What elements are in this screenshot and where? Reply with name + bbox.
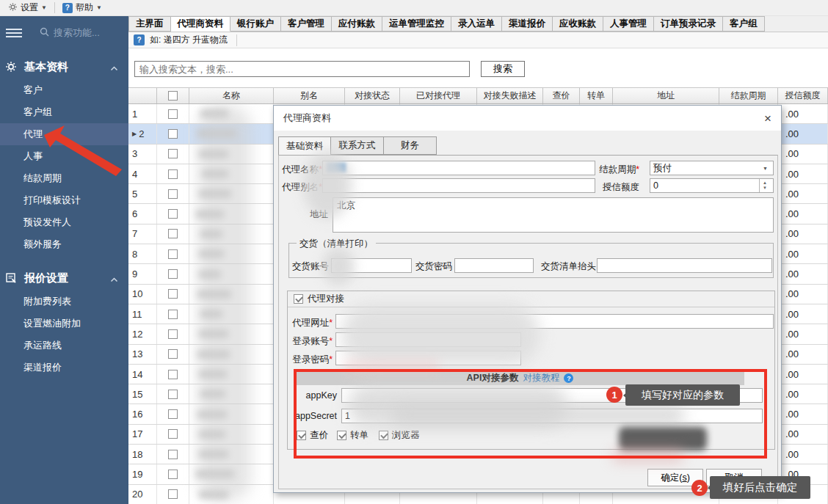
- sidebar-item-设置燃油附加[interactable]: 设置燃油附加: [0, 313, 128, 335]
- table-cell: 19: [128, 464, 157, 483]
- row-checkbox[interactable]: [168, 450, 178, 459]
- appsecret-field[interactable]: [341, 409, 763, 423]
- row-checkbox[interactable]: [168, 169, 178, 179]
- dialog-tab-财务[interactable]: 财务: [384, 136, 437, 155]
- row-checkbox[interactable]: [168, 269, 178, 279]
- row-checkbox[interactable]: [168, 249, 178, 259]
- credit-value: .00: [785, 288, 799, 299]
- column-header-查价[interactable]: 查价: [543, 88, 580, 103]
- sidebar-item-承运路线[interactable]: 承运路线: [0, 335, 128, 357]
- tab-录入运单[interactable]: 录入运单: [451, 16, 502, 32]
- sidebar-item-客户[interactable]: 客户: [0, 79, 128, 101]
- dialog-tab-基础资料[interactable]: 基础资料: [278, 136, 331, 156]
- option-浏览器[interactable]: 浏览器: [379, 429, 420, 442]
- chevron-up-icon[interactable]: [110, 272, 118, 285]
- settings-menu[interactable]: 设置 ▼: [4, 0, 51, 16]
- row-checkbox[interactable]: [168, 470, 178, 479]
- integration-checkbox[interactable]: [294, 294, 303, 304]
- row-checkbox[interactable]: [168, 310, 178, 319]
- tab-银行账户[interactable]: 银行账户: [230, 16, 281, 32]
- row-number: 9: [132, 269, 137, 280]
- hamburger-menu-icon[interactable]: [6, 29, 22, 37]
- sidebar-item-结款周期[interactable]: 结款周期: [0, 167, 128, 189]
- chevron-up-icon[interactable]: [110, 61, 118, 73]
- column-header-对接失败描述[interactable]: 对接失败描述: [477, 88, 543, 103]
- tab-客户组[interactable]: 客户组: [723, 16, 765, 32]
- column-header-对接状态[interactable]: 对接状态: [345, 88, 400, 103]
- tab-应付账款[interactable]: 应付账款: [332, 16, 382, 32]
- login-account-field[interactable]: [335, 332, 521, 347]
- option-转单[interactable]: 转单: [337, 429, 368, 442]
- row-checkbox[interactable]: [168, 189, 178, 199]
- tab-主界面[interactable]: 主界面: [128, 16, 171, 32]
- help-circle-icon[interactable]: ?: [564, 373, 573, 383]
- agent-url-field[interactable]: [335, 314, 774, 329]
- dialog-tab-联系方式[interactable]: 联系方式: [331, 136, 384, 155]
- search-input[interactable]: [134, 61, 470, 77]
- sidebar-item-客户组[interactable]: 客户组: [0, 101, 128, 123]
- column-header-别名[interactable]: 别名: [274, 88, 345, 103]
- tab-代理商资料[interactable]: 代理商资料: [171, 16, 231, 32]
- login-account-label: 登录账号: [288, 335, 333, 348]
- row-checkbox[interactable]: [168, 129, 178, 139]
- column-header-授信额度[interactable]: 授信额度: [778, 88, 828, 103]
- delivery-list-header-field[interactable]: [597, 258, 772, 273]
- tab-人事管理[interactable]: 人事管理: [603, 16, 654, 32]
- tab-订单预录记录[interactable]: 订单预录记录: [654, 16, 723, 32]
- sidebar-section-基本资料[interactable]: 基本资料: [0, 54, 128, 79]
- row-checkbox[interactable]: [168, 370, 178, 379]
- close-icon[interactable]: ×: [764, 112, 771, 125]
- delivery-account-field[interactable]: [331, 258, 412, 273]
- credit-limit-stepper[interactable]: 0 ▲▼: [650, 178, 774, 193]
- row-checkbox[interactable]: [168, 329, 178, 339]
- sidebar-item-代理[interactable]: 代理: [0, 123, 128, 145]
- column-header-结款周期[interactable]: 结款周期: [719, 88, 778, 103]
- row-checkbox[interactable]: [168, 489, 178, 499]
- sidebar-function-search[interactable]: 搜索功能...: [40, 26, 100, 40]
- address-textarea[interactable]: 北京: [333, 197, 774, 233]
- row-checkbox[interactable]: [168, 229, 178, 238]
- column-header-已对接代理[interactable]: 已对接代理: [400, 88, 477, 103]
- row-checkbox[interactable]: [168, 209, 178, 219]
- row-checkbox[interactable]: [168, 409, 178, 419]
- tab-应收账款[interactable]: 应收账款: [553, 16, 603, 32]
- sidebar-item-渠道报价[interactable]: 渠道报价: [0, 357, 128, 379]
- select-all-checkbox[interactable]: [168, 91, 178, 101]
- row-checkbox[interactable]: [168, 149, 178, 158]
- sidebar-item-额外服务[interactable]: 额外服务: [0, 233, 128, 255]
- sidebar-item-人事[interactable]: 人事: [0, 145, 128, 167]
- credit-value: .00: [785, 148, 799, 159]
- row-checkbox[interactable]: [168, 109, 178, 119]
- agent-alias-field[interactable]: [322, 178, 595, 193]
- column-header-地址[interactable]: 地址: [613, 88, 719, 103]
- search-button[interactable]: 搜索: [481, 61, 525, 77]
- login-password-field[interactable]: [335, 351, 521, 365]
- sidebar-item-附加费列表[interactable]: 附加费列表: [0, 291, 128, 313]
- row-checkbox[interactable]: [168, 390, 178, 399]
- tab-运单管理监控[interactable]: 运单管理监控: [382, 16, 451, 32]
- agent-name-field[interactable]: [322, 161, 595, 175]
- column-header-转单[interactable]: 转单: [580, 88, 613, 103]
- sidebar-item-打印模板设计[interactable]: 打印模板设计: [0, 189, 128, 211]
- row-checkbox[interactable]: [168, 429, 178, 439]
- sidebar-item-预设发件人[interactable]: 预设发件人: [0, 211, 128, 233]
- option-查价[interactable]: 查价: [297, 429, 328, 442]
- tab-渠道报价[interactable]: 渠道报价: [502, 16, 553, 32]
- delivery-password-field[interactable]: [454, 258, 534, 273]
- row-checkbox[interactable]: [168, 349, 178, 359]
- api-tutorial-link[interactable]: 对接教程: [523, 372, 559, 384]
- column-header-名称[interactable]: 名称: [189, 88, 274, 103]
- help-menu[interactable]: ? 帮助 ▼: [58, 0, 106, 16]
- table-cell: [157, 145, 189, 164]
- row-number: 17: [132, 428, 142, 439]
- sidebar-section-报价设置[interactable]: 报价设置: [0, 266, 128, 291]
- option-checkbox-浏览器[interactable]: [379, 431, 388, 440]
- stepper-arrows-icon[interactable]: ▲▼: [759, 179, 770, 192]
- option-checkbox-转单[interactable]: [337, 431, 346, 440]
- expand-icon[interactable]: ▶: [132, 131, 137, 137]
- option-checkbox-查价[interactable]: [297, 431, 306, 440]
- tab-客户管理[interactable]: 客户管理: [281, 16, 332, 32]
- settle-cycle-select[interactable]: 预付 ▼: [650, 161, 774, 175]
- row-checkbox[interactable]: [168, 289, 178, 299]
- header-select-all[interactable]: [157, 88, 189, 103]
